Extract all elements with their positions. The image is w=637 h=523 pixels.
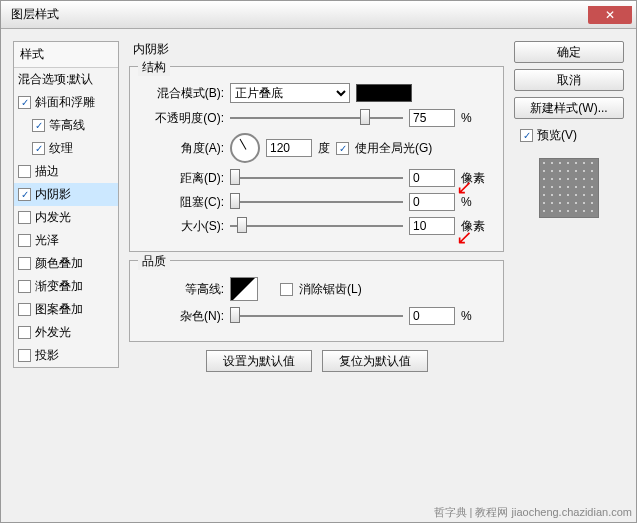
button-label: 取消 xyxy=(557,73,581,87)
noise-unit: % xyxy=(461,309,491,323)
angle-unit: 度 xyxy=(318,140,330,157)
style-label: 等高线 xyxy=(49,117,85,134)
choke-unit: % xyxy=(461,195,491,209)
quality-group: 品质 等高线: 消除锯齿(L) 杂色(N): % xyxy=(129,260,504,342)
close-button[interactable]: ✕ xyxy=(588,6,632,24)
distance-unit: 像素 xyxy=(461,170,491,187)
style-item-gradient-overlay[interactable]: 渐变叠加 xyxy=(14,275,118,298)
style-item-stroke[interactable]: 描边 xyxy=(14,160,118,183)
styles-header: 样式 xyxy=(14,42,118,68)
blend-mode-select[interactable]: 正片叠底 xyxy=(230,83,350,103)
noise-input[interactable] xyxy=(409,307,455,325)
style-label: 外发光 xyxy=(35,324,71,341)
cancel-button[interactable]: 取消 xyxy=(514,69,624,91)
close-icon: ✕ xyxy=(605,8,615,22)
style-item-color-overlay[interactable]: 颜色叠加 xyxy=(14,252,118,275)
blend-mode-label: 混合模式(B): xyxy=(142,85,224,102)
new-style-button[interactable]: 新建样式(W)... xyxy=(514,97,624,119)
noise-label: 杂色(N): xyxy=(142,308,224,325)
checkbox-icon[interactable] xyxy=(18,303,31,316)
antialias-label: 消除锯齿(L) xyxy=(299,281,362,298)
opacity-input[interactable] xyxy=(409,109,455,127)
contour-picker[interactable] xyxy=(230,277,258,301)
choke-slider[interactable] xyxy=(230,193,403,211)
global-light-label: 使用全局光(G) xyxy=(355,140,432,157)
ok-button[interactable]: 确定 xyxy=(514,41,624,63)
preview-checkbox[interactable] xyxy=(520,129,533,142)
structure-header: 结构 xyxy=(138,59,170,76)
distance-input[interactable] xyxy=(409,169,455,187)
button-label: 设置为默认值 xyxy=(223,353,295,370)
style-label: 内发光 xyxy=(35,209,71,226)
style-item-inner-glow[interactable]: 内发光 xyxy=(14,206,118,229)
checkbox-icon[interactable] xyxy=(18,165,31,178)
titlebar: 图层样式 ✕ xyxy=(1,1,636,29)
checkbox-icon[interactable] xyxy=(18,211,31,224)
style-item-texture[interactable]: 纹理 xyxy=(14,137,118,160)
size-slider[interactable] xyxy=(230,217,403,235)
opacity-unit: % xyxy=(461,111,491,125)
shadow-color-swatch[interactable] xyxy=(356,84,412,102)
effect-title: 内阴影 xyxy=(129,41,504,58)
size-unit: 像素 xyxy=(461,218,491,235)
noise-slider[interactable] xyxy=(230,307,403,325)
checkbox-icon[interactable] xyxy=(32,142,45,155)
make-default-button[interactable]: 设置为默认值 xyxy=(206,350,312,372)
angle-input[interactable] xyxy=(266,139,312,157)
style-label: 光泽 xyxy=(35,232,59,249)
style-label: 描边 xyxy=(35,163,59,180)
checkbox-icon[interactable] xyxy=(18,96,31,109)
styles-list-panel: 样式 混合选项:默认 斜面和浮雕 等高线 纹理 描边 内阴影 内发光 光泽 颜色… xyxy=(13,41,119,510)
actions-panel: 确定 取消 新建样式(W)... 预览(V) xyxy=(514,41,624,510)
size-label: 大小(S): xyxy=(142,218,224,235)
watermark-text: 哲字典 | 教程网 jiaocheng.chazidian.com xyxy=(434,505,633,520)
window-title: 图层样式 xyxy=(5,6,588,23)
style-label: 渐变叠加 xyxy=(35,278,83,295)
effect-settings-panel: 内阴影 结构 混合模式(B): 正片叠底 不透明度(O): % xyxy=(129,41,504,510)
button-label: 复位为默认值 xyxy=(339,353,411,370)
angle-label: 角度(A): xyxy=(142,140,224,157)
checkbox-icon[interactable] xyxy=(18,349,31,362)
button-label: 新建样式(W)... xyxy=(530,101,607,115)
style-item-satin[interactable]: 光泽 xyxy=(14,229,118,252)
distance-slider[interactable] xyxy=(230,169,403,187)
style-item-contour[interactable]: 等高线 xyxy=(14,114,118,137)
checkbox-icon[interactable] xyxy=(18,326,31,339)
style-item-inner-shadow[interactable]: 内阴影 xyxy=(14,183,118,206)
choke-input[interactable] xyxy=(409,193,455,211)
blend-options-item[interactable]: 混合选项:默认 xyxy=(14,68,118,91)
reset-default-button[interactable]: 复位为默认值 xyxy=(322,350,428,372)
style-label: 图案叠加 xyxy=(35,301,83,318)
style-label: 纹理 xyxy=(49,140,73,157)
style-item-outer-glow[interactable]: 外发光 xyxy=(14,321,118,344)
size-input[interactable] xyxy=(409,217,455,235)
style-item-pattern-overlay[interactable]: 图案叠加 xyxy=(14,298,118,321)
checkbox-icon[interactable] xyxy=(18,257,31,270)
style-label: 投影 xyxy=(35,347,59,364)
antialias-checkbox[interactable] xyxy=(280,283,293,296)
opacity-slider[interactable] xyxy=(230,109,403,127)
style-item-drop-shadow[interactable]: 投影 xyxy=(14,344,118,367)
style-label: 内阴影 xyxy=(35,186,71,203)
preview-thumbnail xyxy=(539,158,599,218)
checkbox-icon[interactable] xyxy=(18,188,31,201)
quality-header: 品质 xyxy=(138,253,170,270)
opacity-label: 不透明度(O): xyxy=(142,110,224,127)
button-label: 确定 xyxy=(557,45,581,59)
choke-label: 阻塞(C): xyxy=(142,194,224,211)
style-item-bevel[interactable]: 斜面和浮雕 xyxy=(14,91,118,114)
blend-options-label: 混合选项:默认 xyxy=(18,71,93,88)
style-label: 斜面和浮雕 xyxy=(35,94,95,111)
checkbox-icon[interactable] xyxy=(18,234,31,247)
structure-group: 结构 混合模式(B): 正片叠底 不透明度(O): % 角度(A): xyxy=(129,66,504,252)
preview-label: 预览(V) xyxy=(537,127,577,144)
style-label: 颜色叠加 xyxy=(35,255,83,272)
angle-dial[interactable] xyxy=(230,133,260,163)
global-light-checkbox[interactable] xyxy=(336,142,349,155)
contour-label: 等高线: xyxy=(142,281,224,298)
checkbox-icon[interactable] xyxy=(18,280,31,293)
distance-label: 距离(D): xyxy=(142,170,224,187)
checkbox-icon[interactable] xyxy=(32,119,45,132)
